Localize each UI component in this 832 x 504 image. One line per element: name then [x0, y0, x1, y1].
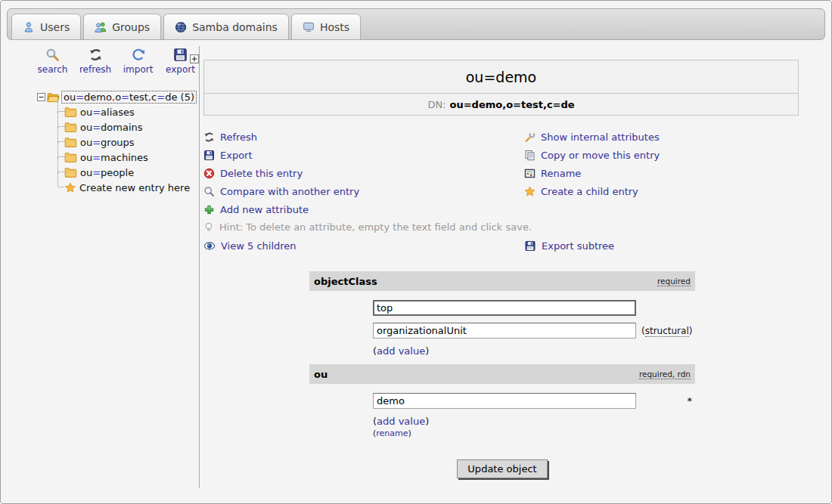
tree-node-people[interactable]: ou=people — [57, 165, 196, 180]
entry-dn-row: DN: ou=demo,o=test,c=de — [204, 93, 798, 115]
tree-node-machines[interactable]: ou=machines — [57, 150, 196, 165]
refresh-entry-link[interactable]: Refresh — [203, 128, 524, 146]
import-label: import — [123, 64, 154, 75]
compare-icon — [203, 186, 215, 197]
folder-icon — [64, 167, 77, 178]
attr-header-ou: ou required, rdn — [309, 364, 695, 384]
import-button[interactable]: import — [123, 48, 154, 75]
export-entry-link[interactable]: Export — [203, 146, 524, 164]
add-value-line: (add value) — [373, 416, 695, 427]
attribute-form: objectClass required (structural) (add v… — [309, 271, 695, 478]
folder-icon — [64, 107, 77, 117]
export-subtree-link[interactable]: Export subtree — [524, 237, 799, 255]
add-value-line: (add value) — [373, 345, 695, 357]
view-children-link[interactable]: View 5 children — [203, 237, 524, 255]
child-count: (5) — [177, 91, 194, 103]
search-button[interactable]: search — [37, 48, 68, 75]
dn-value: ou=demo,o=test,c=de — [450, 99, 575, 110]
copy-move-entry-link[interactable]: Copy or move this entry — [524, 146, 799, 164]
tree-node-aliases[interactable]: ou=aliases — [57, 104, 196, 119]
collapse-icon[interactable] — [37, 93, 45, 101]
add-value-link[interactable]: add value — [377, 416, 425, 427]
compare-entry-link[interactable]: Compare with another entry — [203, 182, 524, 200]
rename-line: (rename) — [373, 428, 695, 438]
folder-icon — [64, 137, 77, 147]
structural-note: (structural) — [641, 326, 692, 336]
search-label: search — [38, 64, 68, 75]
tab-users-label: Users — [40, 21, 70, 33]
tab-users[interactable]: Users — [11, 14, 81, 40]
children-actions-row: View 5 children Export subtree — [203, 237, 799, 255]
entry-header: ou=demo DN: ou=demo,o=test,c=de — [203, 60, 799, 116]
group-icon — [95, 21, 107, 33]
import-icon — [131, 48, 145, 62]
attr-body-objectclass: (structural) (add value) — [309, 300, 695, 357]
show-internal-attributes-link[interactable]: Show internal attributes — [524, 128, 799, 146]
user-icon — [23, 21, 35, 33]
tree-node-domains[interactable]: ou=domains — [57, 119, 196, 135]
attr-name: ou — [314, 369, 328, 380]
tab-hosts[interactable]: Hosts — [291, 14, 361, 40]
export-icon — [173, 48, 188, 62]
tab-samba-domains-label: Samba domains — [192, 21, 278, 33]
create-child-entry-link[interactable]: Create a child entry — [524, 182, 799, 200]
actions-left-column: Refresh Export Delete this entry Compare… — [203, 128, 524, 218]
actions-right-column: Show internal attributes Copy or move th… — [524, 128, 799, 218]
folder-icon — [64, 122, 77, 132]
rename-entry-link[interactable]: Rename — [524, 164, 799, 182]
refresh-label: refresh — [79, 64, 111, 75]
entry-actions: Refresh Export Delete this entry Compare… — [203, 128, 799, 218]
phpldapadmin-window: Users Groups Samba domains Hosts search … — [0, 0, 832, 504]
add-attribute-link[interactable]: Add new attribute — [203, 200, 524, 218]
star-icon — [524, 186, 536, 197]
top-tab-bar: Users Groups Samba domains Hosts — [7, 8, 825, 40]
tab-groups[interactable]: Groups — [83, 14, 161, 40]
hint-text: Hint: To delete an attribute, empty the … — [219, 221, 532, 233]
tab-hosts-label: Hosts — [320, 21, 349, 33]
attr-flags: required, rdn — [639, 369, 691, 379]
attr-header-objectclass: objectClass required — [309, 271, 695, 291]
star-icon — [64, 182, 76, 193]
delete-entry-link[interactable]: Delete this entry — [203, 164, 524, 182]
ldap-tree: ou=demo,o=test,c=de (5) ou=aliases ou=do… — [11, 90, 196, 195]
add-value-link[interactable]: add value — [377, 345, 425, 357]
objectclass-value-input-2[interactable] — [373, 323, 636, 339]
sidebar-divider — [199, 46, 200, 488]
update-object-button[interactable]: Update object — [457, 459, 547, 478]
export-icon — [203, 150, 215, 161]
search-icon — [45, 48, 60, 62]
globe-icon — [175, 21, 187, 33]
rename-link[interactable]: rename — [376, 428, 408, 438]
refresh-button[interactable]: refresh — [79, 48, 111, 75]
eye-icon — [203, 240, 216, 252]
folder-icon — [64, 152, 77, 162]
value-row: * — [373, 393, 695, 409]
tree-children: ou=aliases ou=domains ou=groups ou=machi… — [57, 104, 196, 195]
attr-name: objectClass — [314, 276, 377, 287]
lightbulb-icon — [203, 221, 214, 233]
tab-samba-domains[interactable]: Samba domains — [163, 14, 289, 40]
add-icon — [203, 204, 215, 215]
rename-icon — [524, 168, 536, 179]
attr-flags: required — [657, 277, 691, 286]
tree-node-groups[interactable]: ou=groups — [57, 135, 196, 150]
create-new-entry-label: Create new entry here — [79, 182, 190, 193]
tree-root-entry[interactable]: ou=demo,o=test,c=de (5) — [61, 91, 197, 104]
create-new-entry-link[interactable]: Create new entry here — [57, 180, 196, 195]
entry-panel: ou=demo DN: ou=demo,o=test,c=de Refresh … — [203, 60, 799, 478]
delete-icon — [203, 168, 215, 179]
attr-body-ou: * (add value) (rename) — [309, 393, 695, 438]
hint-row: Hint: To delete an attribute, empty the … — [203, 218, 799, 236]
entry-title: ou=demo — [204, 60, 798, 93]
tab-groups-label: Groups — [112, 21, 150, 33]
ou-value-input[interactable] — [373, 393, 636, 409]
copy-icon — [524, 150, 536, 161]
dn-label: DN: — [427, 99, 445, 110]
monitor-icon — [303, 21, 315, 33]
form-button-row: Update object — [309, 459, 695, 478]
expand-tree-icon[interactable] — [190, 54, 199, 63]
objectclass-value-input-1[interactable] — [373, 300, 636, 316]
value-row — [373, 300, 695, 316]
export-icon — [524, 240, 536, 252]
sidebar: search refresh import export ou=demo,o=t… — [11, 48, 196, 195]
